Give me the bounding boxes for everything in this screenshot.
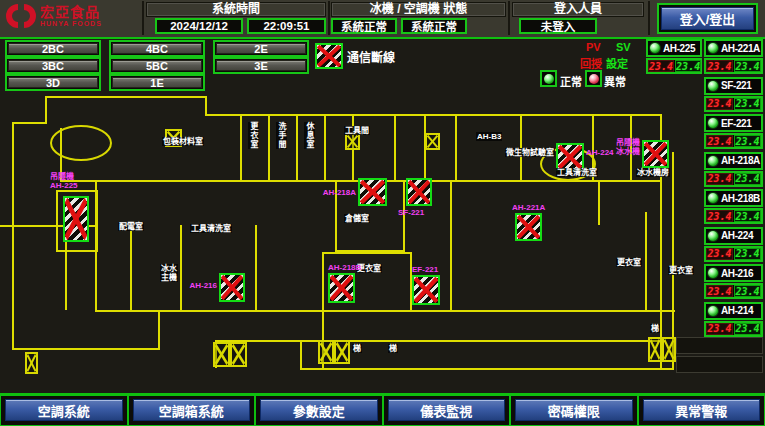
floor-button-3d[interactable]: 3D [8,77,98,88]
nav-button-空調系統[interactable]: 空調系統 [5,399,123,421]
unit-label: SF-221 [398,208,424,217]
floor-button-2bc[interactable]: 2BC [8,43,98,54]
unit-values-row: 23.423.4 [704,246,763,262]
room-label: AH-B3 [476,132,502,141]
map-wall [324,114,326,180]
floor-button-frame: 3E [213,57,309,74]
unit-row-ah-224[interactable]: AH-224 [704,227,763,245]
unit-label: 吊隱機AH-225 [50,172,78,190]
unit-status-led [707,80,719,92]
ahu-comm-loss-marker[interactable] [406,178,432,206]
login-logout-button[interactable]: 登入/登出 [661,7,754,30]
map-wall [96,190,98,252]
comm-loss-legend-label: 通信斷線 [347,48,395,65]
stairwell-oval [50,125,112,161]
room-label: 工具清洗室 [556,168,598,177]
unit-sv-value: 23.4 [734,135,761,147]
room-label: 微生物試驗室 [505,148,555,157]
ahu-comm-loss-marker[interactable] [219,273,245,302]
nav-button-儀表監視[interactable]: 儀表監視 [388,399,506,421]
floor-button-frame: 5BC [109,57,205,74]
unit-row-ah-225[interactable]: AH-225 [646,39,702,57]
map-wall [12,122,14,350]
footer-separator [0,393,765,395]
room-label: 工具間 [344,126,370,135]
unit-pv-value: 23.4 [648,60,674,72]
ahu-comm-loss-marker[interactable] [412,275,440,305]
map-wall [95,310,675,312]
header-divider [648,1,650,35]
ahu-comm-loss-marker[interactable] [515,213,542,241]
map-wall [12,348,160,350]
ahu-comm-loss-marker[interactable] [63,196,89,242]
stairs-icon [662,337,676,362]
stairs-icon [648,337,662,362]
ahu-comm-loss-marker[interactable] [642,140,669,168]
unit-name: AH-218B [721,193,760,204]
unit-pv-value: 23.4 [706,60,733,72]
stairs-icon [318,340,334,364]
nav-cell: 密碼權限 [510,395,638,426]
floor-button-frame: 4BC [109,40,205,57]
ahu-status: 系統正常 [401,18,467,34]
map-wall [56,190,58,252]
unit-pv-value: 23.4 [706,173,733,185]
unit-row-ah-218b[interactable]: AH-218B [704,189,763,207]
room-label: 更衣室 [668,266,694,275]
header-bar: 宏亞食品 HUNYA FOODS 系統時間 2024/12/12 22:09:5… [0,0,765,37]
unit-status-led [707,305,719,317]
nav-cell: 參數設定 [255,395,383,426]
map-wall [205,96,207,116]
unit-name: AH-224 [721,230,753,241]
nav-button-bar: 空調系統空調箱系統參數設定儀表監視密碼權限異常警報 [0,395,765,426]
room-label: 工具清洗室 [190,224,232,233]
unit-row-ah-221a[interactable]: AH-221A [704,39,763,57]
logo-subname: HUNYA FOODS [40,20,102,28]
map-wall [12,122,47,124]
unit-row-ah-214[interactable]: AH-214 [704,302,763,320]
room-label: 休息室 [304,122,315,149]
unit-label: AH-221A [512,203,545,212]
logo-text: 宏亞食品 HUNYA FOODS [40,5,102,28]
machine-status-label: 冰機 / 空調機 狀態 [331,2,506,17]
floor-button-3bc[interactable]: 3BC [8,60,98,71]
unit-sv-value: 23.4 [734,60,761,72]
floor-plan-map: 吊隱機AH-225AH-218ASF-221AH-218BEF-221AH-22… [0,92,765,393]
nav-button-密碼權限[interactable]: 密碼權限 [515,399,633,421]
unit-row-sf-221[interactable]: SF-221 [704,77,763,95]
ahu-comm-loss-marker[interactable] [556,143,584,171]
floor-button-2e[interactable]: 2E [216,43,306,54]
nav-button-異常警報[interactable]: 異常警報 [643,399,761,421]
room-label: 梯 [352,344,362,353]
floor-button-3e[interactable]: 3E [216,60,306,71]
abnormal-legend-label: 異常 [604,73,626,89]
nav-cell: 儀表監視 [383,395,511,426]
map-wall [215,340,665,342]
unit-pv-value: 23.4 [706,135,733,147]
map-wall [56,190,98,192]
floor-button-1e[interactable]: 1E [112,77,202,88]
nav-button-參數設定[interactable]: 參數設定 [260,399,378,421]
map-wall [56,250,98,252]
floor-button-5bc[interactable]: 5BC [112,60,202,71]
header-divider [328,1,330,35]
stairs-icon [25,352,38,374]
stairs-icon [334,340,350,364]
room-label: 梯 [650,324,660,333]
sv-legend-label: SV [616,41,631,53]
unit-name: AH-214 [721,305,753,316]
map-wall [672,152,674,368]
ahu-comm-loss-marker[interactable] [358,178,387,206]
stairs-icon [425,133,440,150]
floor-button-4bc[interactable]: 4BC [112,43,202,54]
unit-row-ah-218a[interactable]: AH-218A [704,152,763,170]
normal-legend-label: 正常 [560,73,582,89]
unit-row-ah-216[interactable]: AH-216 [704,264,763,282]
nav-cell: 空調箱系統 [128,395,256,426]
unit-row-ef-221[interactable]: EF-221 [704,114,763,132]
logo-name: 宏亞食品 [40,5,102,20]
ahu-comm-loss-marker[interactable] [328,273,355,303]
unit-pv-value: 23.4 [706,248,733,260]
nav-button-空調箱系統[interactable]: 空調箱系統 [133,399,251,421]
unit-sv-value: 23.4 [734,323,761,335]
